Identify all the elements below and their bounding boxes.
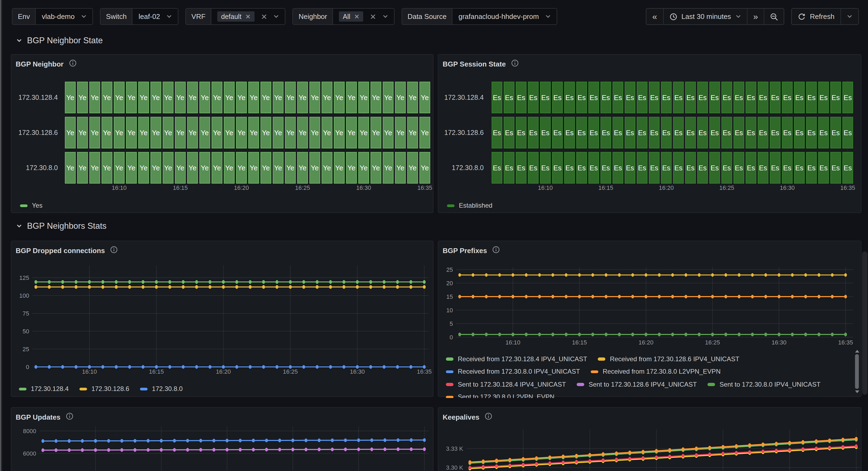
filter-value[interactable]: leaf-02 bbox=[133, 9, 178, 24]
legend-label: Received from 172.30.128.4 IPV4_UNICAST bbox=[458, 355, 587, 363]
legend: Received from 172.30.128.4 IPV4_UNICASTR… bbox=[446, 353, 849, 398]
time-back-button[interactable]: « bbox=[646, 9, 664, 24]
filter-clear-icon[interactable]: ✕ bbox=[370, 13, 376, 20]
legend-label: Sent to 172.30.128.6 IPV4_UNICAST bbox=[589, 381, 697, 388]
filter-clear-icon[interactable]: ✕ bbox=[261, 13, 267, 20]
zoom-out-button[interactable] bbox=[765, 9, 784, 24]
svg-text:Ye: Ye bbox=[140, 129, 148, 137]
svg-text:Ye: Ye bbox=[189, 164, 196, 172]
info-icon[interactable] bbox=[511, 59, 519, 69]
svg-text:Ye: Ye bbox=[384, 129, 392, 137]
filter-label: VRF bbox=[186, 9, 211, 24]
svg-text:Es: Es bbox=[795, 129, 803, 137]
page-scrollbar-thumb[interactable] bbox=[862, 252, 867, 395]
svg-text:Es: Es bbox=[614, 164, 622, 172]
svg-text:Es: Es bbox=[699, 129, 707, 137]
legend-item[interactable]: Received from 172.30.128.6 IPV4_UNICAST bbox=[598, 355, 739, 363]
time-back-icon: « bbox=[652, 11, 657, 21]
section-header-bgp-neighbor-state[interactable]: BGP Neighbor State bbox=[16, 36, 103, 46]
svg-text:16:25: 16:25 bbox=[719, 184, 734, 191]
svg-text:15: 15 bbox=[446, 293, 453, 300]
svg-text:Ye: Ye bbox=[274, 164, 282, 172]
info-icon[interactable] bbox=[66, 412, 73, 422]
legend-item[interactable]: Sent to 172.30.8.0 IPV4_UNICAST bbox=[708, 381, 821, 388]
svg-text:172.30.128.4: 172.30.128.4 bbox=[19, 93, 58, 101]
svg-text:Es: Es bbox=[590, 164, 598, 172]
chip-remove-icon[interactable]: ✕ bbox=[245, 13, 250, 20]
filter-value[interactable]: grafanacloud-hhdev-prom bbox=[453, 9, 557, 24]
svg-text:Ye: Ye bbox=[115, 129, 123, 137]
legend-item[interactable]: Established bbox=[447, 202, 492, 210]
legend-swatch bbox=[446, 383, 454, 386]
legend-scrollbar[interactable] bbox=[855, 350, 859, 400]
svg-text:3.33 K: 3.33 K bbox=[446, 445, 463, 452]
legend-item[interactable]: Sent to 172.30.8.0 L2VPN_EVPN bbox=[446, 393, 555, 398]
chart-state-timeline: 172.30.128.4EsEsEsEsEsEsEsEsEsEsEsEsEsEs… bbox=[438, 55, 861, 212]
info-icon[interactable] bbox=[492, 245, 500, 255]
svg-text:Es: Es bbox=[529, 93, 537, 102]
legend-item[interactable]: Received from 172.30.128.4 IPV4_UNICAST bbox=[446, 355, 587, 363]
legend-item[interactable]: 172.30.128.4 bbox=[19, 385, 69, 393]
svg-text:Es: Es bbox=[662, 93, 670, 102]
svg-text:Es: Es bbox=[819, 129, 828, 137]
legend-item[interactable]: Yes bbox=[20, 202, 42, 210]
svg-text:Ye: Ye bbox=[311, 93, 319, 102]
svg-text:Ye: Ye bbox=[213, 93, 221, 102]
filter-value[interactable]: vlab-demo bbox=[36, 9, 92, 24]
scrollbar-thumb[interactable] bbox=[855, 354, 859, 389]
svg-text:Ye: Ye bbox=[347, 93, 355, 102]
legend-swatch bbox=[446, 370, 454, 373]
svg-text:Ye: Ye bbox=[213, 164, 221, 172]
section-header-bgp-neighbors-stats[interactable]: BGP Neighbors Stats bbox=[16, 221, 106, 231]
svg-text:25: 25 bbox=[23, 346, 29, 353]
svg-text:Ye: Ye bbox=[115, 164, 123, 172]
legend-item[interactable]: Sent to 172.30.128.6 IPV4_UNICAST bbox=[577, 381, 697, 388]
svg-text:Es: Es bbox=[578, 164, 586, 172]
legend-item[interactable]: Received from 172.30.8.0 L2VPN_EVPN bbox=[591, 368, 720, 376]
refresh-button[interactable]: Refresh bbox=[792, 9, 841, 24]
svg-text:Es: Es bbox=[505, 164, 513, 172]
filter-value[interactable]: All✕✕ bbox=[333, 9, 394, 24]
scrollbar-down-arrow[interactable] bbox=[855, 390, 859, 393]
svg-text:Es: Es bbox=[747, 129, 755, 137]
svg-text:Es: Es bbox=[832, 164, 840, 172]
info-icon[interactable] bbox=[485, 412, 492, 422]
svg-text:Es: Es bbox=[602, 164, 610, 172]
svg-text:Ye: Ye bbox=[397, 164, 404, 172]
time-forward-button[interactable]: » bbox=[747, 9, 765, 24]
svg-text:100: 100 bbox=[19, 292, 29, 299]
svg-text:Ye: Ye bbox=[176, 129, 184, 137]
chevron-down-icon bbox=[166, 14, 172, 19]
legend-swatch bbox=[591, 370, 598, 373]
filter-chip[interactable]: All✕ bbox=[339, 11, 364, 22]
svg-text:16:30: 16:30 bbox=[772, 339, 786, 346]
info-icon[interactable] bbox=[69, 59, 76, 69]
time-range-picker[interactable]: Last 30 minutes bbox=[664, 9, 747, 24]
svg-text:16:25: 16:25 bbox=[283, 368, 298, 375]
legend-item[interactable]: 172.30.128.6 bbox=[80, 385, 129, 393]
svg-text:Es: Es bbox=[650, 164, 658, 172]
svg-text:Ye: Ye bbox=[274, 129, 282, 137]
svg-text:Es: Es bbox=[602, 129, 610, 137]
svg-text:16:20: 16:20 bbox=[659, 184, 674, 191]
filter-chip[interactable]: default✕ bbox=[217, 11, 254, 22]
variable-filters: Envvlab-demoSwitchleaf-02VRFdefault✕✕Nei… bbox=[12, 8, 557, 25]
refresh-interval-dropdown[interactable] bbox=[841, 9, 858, 24]
svg-text:Ye: Ye bbox=[335, 129, 343, 137]
svg-text:Es: Es bbox=[759, 129, 767, 137]
info-icon[interactable] bbox=[110, 245, 118, 255]
legend-item[interactable]: Sent to 172.30.128.4 IPV4_UNICAST bbox=[446, 381, 566, 388]
svg-text:Es: Es bbox=[529, 129, 537, 137]
svg-text:172.30.128.6: 172.30.128.6 bbox=[19, 129, 58, 136]
filter-switch: Switchleaf-02 bbox=[100, 8, 178, 25]
svg-text:172.30.128.4: 172.30.128.4 bbox=[444, 93, 484, 101]
legend-item[interactable]: 172.30.8.0 bbox=[140, 385, 182, 393]
chip-remove-icon[interactable]: ✕ bbox=[354, 13, 360, 20]
filter-value[interactable]: default✕✕ bbox=[211, 9, 285, 24]
legend-item[interactable]: Received from 172.30.8.0 IPV4_UNICAST bbox=[446, 368, 580, 376]
svg-text:Ye: Ye bbox=[238, 129, 245, 137]
window-left-edge bbox=[0, 0, 2, 471]
scrollbar-up-arrow[interactable] bbox=[855, 350, 859, 353]
svg-text:Es: Es bbox=[686, 164, 694, 172]
svg-text:Ye: Ye bbox=[140, 93, 148, 102]
